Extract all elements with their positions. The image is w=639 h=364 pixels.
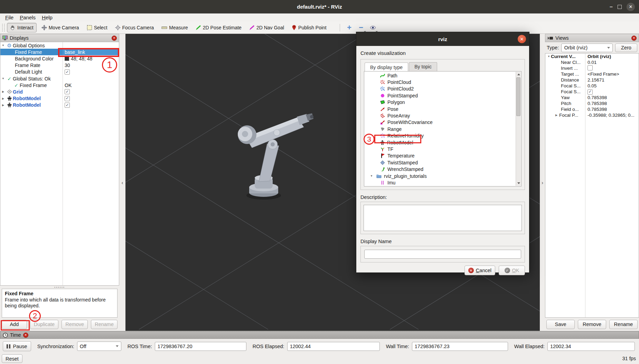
scrollbar-thumb[interactable] <box>516 77 520 116</box>
view-row-invert[interactable]: Invert ... <box>545 65 639 71</box>
display-type-relativehumidity[interactable]: RelativeHumidity <box>364 133 516 139</box>
tree-row-grid[interactable]: ▶Grid ✓ <box>0 88 119 95</box>
view-row-focal-shape-fixed[interactable]: Focal S... ✓ <box>545 89 639 95</box>
tab-by-display-type[interactable]: By display type <box>365 63 408 71</box>
wall-elapsed-input[interactable] <box>547 342 635 351</box>
tool-publish-point[interactable]: Publish Point <box>289 23 329 32</box>
tool-select[interactable]: Select <box>84 23 110 32</box>
view-row-target[interactable]: Target ... <Fixed Frame> <box>545 71 639 77</box>
checkbox-checked[interactable]: ✓ <box>65 69 70 75</box>
view-row-yaw[interactable]: Yaw 0.785398 <box>545 95 639 100</box>
view-row-focal-shape-size[interactable]: Focal S... 0.05 <box>545 83 639 89</box>
scroll-up-icon[interactable] <box>516 72 521 77</box>
view-row-focal-point[interactable]: ▶Focal P... -0.35988; 0.32865; 0... <box>545 112 639 118</box>
zero-button[interactable]: Zero <box>615 44 637 52</box>
expander-icon[interactable]: ▼ <box>369 174 374 178</box>
list-scrollbar[interactable] <box>516 72 521 186</box>
tool-move-camera[interactable]: Move Camera <box>39 23 82 32</box>
ok-button[interactable]: ✓OK <box>499 266 525 275</box>
display-type-pointcloud2[interactable]: PointCloud2 <box>364 86 516 92</box>
add-tool-button[interactable]: + <box>344 23 355 32</box>
view-row-near-clip[interactable]: Near Cl... 0.01 <box>545 59 639 65</box>
tree-row-global-status[interactable]: ▼✓Global Status: Ok <box>0 75 119 82</box>
tab-by-topic[interactable]: By topic <box>409 62 437 71</box>
remove-button[interactable]: Remove <box>62 320 88 329</box>
expander-icon[interactable]: ▶ <box>0 97 6 100</box>
tree-row-robotmodel-1[interactable]: ▶RobotModel ✓ <box>0 95 119 102</box>
expander-icon[interactable]: ▶ <box>554 114 559 117</box>
pause-button[interactable]: Pause <box>3 341 31 351</box>
display-type-pointstamped[interactable]: PointStamped <box>364 92 516 99</box>
close-button[interactable]: ✕ <box>627 3 635 11</box>
ros-time-input[interactable] <box>155 342 246 351</box>
display-name-input[interactable] <box>364 250 521 259</box>
display-type-imu[interactable]: Imu <box>364 179 516 186</box>
view-row-distance[interactable]: Distance 2.15671 <box>545 77 639 83</box>
save-button[interactable]: Save <box>546 320 575 329</box>
time-panel-header[interactable]: Time ✕ <box>0 331 639 339</box>
display-type-pose[interactable]: Pose <box>364 106 516 112</box>
tool-interact[interactable]: Interact <box>7 23 37 32</box>
tree-row-robotmodel-2[interactable]: ▶RobotModel ✓ <box>0 102 119 108</box>
views-close-icon[interactable]: ✕ <box>631 36 637 41</box>
rename-view-button[interactable]: Rename <box>609 320 638 329</box>
menu-help[interactable]: Help <box>39 13 56 21</box>
display-type-folder-tutorials[interactable]: ▼ rviz_plugin_tutorials <box>364 173 516 179</box>
dialog-title-bar[interactable]: rviz ✕ <box>356 32 529 46</box>
displays-close-icon[interactable]: ✕ <box>112 36 117 41</box>
rename-button[interactable]: Rename <box>91 320 118 329</box>
right-splitter[interactable]: › <box>540 34 545 331</box>
checkbox-unchecked[interactable] <box>588 65 593 70</box>
view-type-select[interactable]: Orbit (rviz) <box>561 44 613 52</box>
tool-focus-camera[interactable]: Focus Camera <box>112 23 157 32</box>
checkbox-checked[interactable]: ✓ <box>588 89 593 95</box>
display-type-path[interactable]: Path <box>364 72 516 79</box>
tree-row-fixed-frame-status[interactable]: ✓Fixed Frame OK <box>0 82 119 88</box>
wall-time-input[interactable] <box>412 342 508 351</box>
tree-row-frame-rate[interactable]: Frame Rate 30 <box>0 62 119 69</box>
left-splitter[interactable]: ‹ <box>119 34 125 331</box>
tool-2d-nav-goal[interactable]: 2D Nav Goal <box>246 23 287 32</box>
view-row-fov[interactable]: Field o... 0.785398 <box>545 106 639 112</box>
dialog-close-button[interactable]: ✕ <box>518 35 526 43</box>
tree-row-default-light[interactable]: Default Light ✓ <box>0 69 119 75</box>
tool-2d-pose-estimate[interactable]: 2D Pose Estimate <box>193 23 244 32</box>
remove-view-button[interactable]: Remove <box>578 320 606 329</box>
tree-row-fixed-frame[interactable]: Fixed Frame base_link <box>0 49 119 55</box>
ros-elapsed-input[interactable] <box>287 342 380 351</box>
reset-button[interactable]: Reset <box>2 354 22 363</box>
display-type-range[interactable]: Range <box>364 126 516 132</box>
display-type-wrenchstamped[interactable]: WrenchStamped <box>364 166 516 172</box>
display-type-posewithcovariance[interactable]: PoseWithCovariance <box>364 119 516 126</box>
time-close-icon[interactable]: ✕ <box>23 333 28 338</box>
duplicate-button[interactable]: Duplicate <box>30 320 58 329</box>
checkbox-checked[interactable]: ✓ <box>65 96 70 101</box>
menu-panels[interactable]: Panels <box>17 13 39 21</box>
display-type-tf[interactable]: TF <box>364 146 516 152</box>
displays-panel-header[interactable]: Displays ✕ <box>0 34 119 42</box>
collapse-left-icon[interactable]: ‹ <box>122 180 123 185</box>
collapse-right-icon[interactable]: › <box>542 180 543 185</box>
display-type-temperature[interactable]: Temperature <box>364 153 516 159</box>
expander-icon[interactable]: ▶ <box>0 90 6 93</box>
display-type-posearray[interactable]: PoseArray <box>364 112 516 119</box>
expander-icon[interactable]: ▼ <box>545 55 551 58</box>
add-button[interactable]: Add <box>2 320 27 329</box>
fixed-frame-value[interactable]: base_link <box>63 49 119 55</box>
splitter-grip[interactable]: •••••• <box>0 286 119 289</box>
tree-row-global-options[interactable]: ▼⚙Global Options <box>0 42 119 49</box>
expander-icon[interactable]: ▼ <box>0 44 6 47</box>
display-type-robotmodel[interactable]: RobotModel <box>364 139 516 146</box>
remove-tool-button[interactable]: − <box>356 23 366 32</box>
scroll-down-icon[interactable] <box>516 181 521 186</box>
views-panel-header[interactable]: Views ✕ <box>545 34 639 42</box>
minimize-button[interactable]: – <box>610 5 613 9</box>
display-type-twiststamped[interactable]: TwistStamped <box>364 159 516 166</box>
menu-file[interactable]: File <box>2 13 17 21</box>
cancel-button[interactable]: ✕Cancel <box>464 266 495 275</box>
maximize-button[interactable] <box>618 5 622 9</box>
visibility-tool-button[interactable] <box>368 23 378 32</box>
sync-select[interactable]: Off <box>77 342 121 351</box>
display-type-polygon[interactable]: Polygon <box>364 99 516 106</box>
view-row-pitch[interactable]: Pitch 0.785398 <box>545 100 639 106</box>
